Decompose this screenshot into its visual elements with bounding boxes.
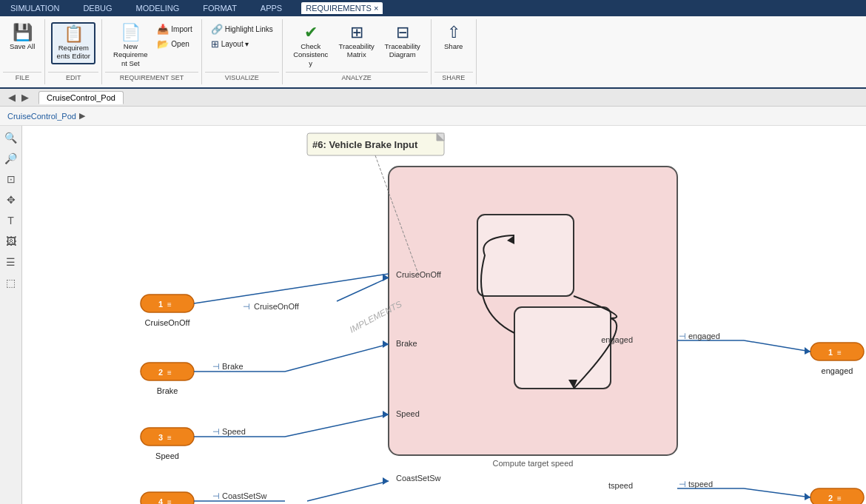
svg-rect-18 [514, 307, 611, 389]
list-button[interactable]: ☰ [2, 253, 20, 271]
port3-label: Speed [222, 427, 246, 436]
breadcrumb-item[interactable]: CruiseControl_Pod [7, 112, 76, 121]
open-button[interactable]: 📂 Open [154, 37, 195, 51]
new-requirement-set-button[interactable]: 📄 New Requirement Set [108, 22, 152, 70]
fit-button[interactable]: ⊡ [2, 170, 20, 188]
layout-button[interactable]: ⊞ Layout ▾ [208, 37, 276, 51]
svg-line-31 [744, 340, 810, 352]
breadcrumb-separator: ▶ [79, 111, 85, 121]
text-button[interactable]: T [2, 212, 20, 229]
node2-doc-icon: ≡ [167, 369, 172, 377]
menu-apps[interactable]: APPS [256, 2, 286, 14]
sub-port-speed: Speed [396, 409, 420, 418]
tab-bar: ◀ ▶ CruiseControl_Pod [0, 89, 866, 107]
subsystem-label: Compute target speed [493, 459, 574, 468]
nav-forward[interactable]: ▶ [19, 91, 31, 104]
node1-label: CruiseOnOff [145, 318, 191, 327]
import-icon: 📥 [157, 24, 169, 35]
out-node2-badge: 2 [828, 494, 833, 503]
ribbon-group-share: ⇧ Share SHARE [432, 19, 477, 84]
nav-back[interactable]: ◀ [6, 91, 18, 104]
out-node2-doc-icon: ≡ [837, 494, 842, 503]
diagram-icon: ⊟ [396, 24, 409, 41]
menu-simulation[interactable]: SIMULATION [6, 2, 64, 14]
save-all-button[interactable]: 💾 Save All [6, 22, 38, 53]
reqset-group-label: REQUIREMENT SET [105, 72, 198, 83]
port4-label: CoastSetSw [222, 491, 267, 500]
share-group-label: SHARE [434, 72, 473, 83]
check-consistency-button[interactable]: ✔ Check Consistency [289, 22, 333, 70]
requirements-editor-button[interactable]: 📋 Requirements Editor [51, 22, 95, 64]
port1-connector: ⊣ [243, 302, 250, 311]
out-label2: tspeed [688, 480, 713, 488]
svg-marker-8 [383, 274, 389, 281]
edit-group-label: EDIT [48, 72, 98, 83]
visualize-group-label: VISUALIZE [205, 72, 279, 83]
image-button[interactable]: 🖼 [2, 232, 20, 250]
out-node1-doc-icon: ≡ [837, 349, 842, 357]
nav-arrows: ◀ ▶ [6, 91, 31, 104]
note-title: #6: Vehicle Brake Input [312, 139, 418, 150]
node1-doc-icon: ≡ [167, 300, 172, 309]
breadcrumb: CruiseControl_Pod ▶ [0, 107, 866, 126]
menu-modeling[interactable]: MODELING [132, 2, 184, 14]
out-node1-label: engaged [822, 366, 853, 375]
requirements-editor-icon: 📋 [64, 26, 84, 42]
node3-label: Speed [155, 451, 179, 460]
sub-port-cruise: CruiseOnOff [396, 270, 442, 279]
svg-marker-36 [805, 493, 810, 500]
pan-button[interactable]: ✥ [2, 191, 20, 209]
open-icon: 📂 [157, 38, 169, 50]
save-icon: 💾 [13, 24, 33, 41]
menu-format[interactable]: FORMAT [198, 2, 241, 14]
analyze-group-label: ANALYZE [286, 72, 428, 83]
node2-label: Brake [157, 386, 178, 395]
node4-badge: 4 [158, 497, 164, 504]
menu-bar: SIMULATION DEBUG MODELING FORMAT APPS RE… [0, 0, 866, 16]
port2-label: Brake [222, 362, 244, 371]
out-label1: engaged [688, 332, 720, 340]
port1-label: CruiseOnOff [254, 302, 300, 311]
svg-line-35 [744, 488, 810, 497]
tab-cruisecontrol[interactable]: CruiseControl_Pod [38, 91, 124, 104]
ribbon: 💾 Save All FILE 📋 Requirements Editor ED… [0, 16, 866, 89]
menu-requirements[interactable]: REQUIREMENTS × [301, 2, 383, 14]
svg-rect-17 [477, 215, 574, 296]
new-req-icon: 📄 [121, 24, 141, 41]
zoom-in-button[interactable]: 🔍 [2, 129, 20, 147]
ribbon-group-reqset: 📄 New Requirement Set 📥 Import 📂 Open RE… [102, 19, 201, 84]
ribbon-group-analyze: ✔ Check Consistency ⊞ Traceability Matri… [283, 19, 432, 84]
diagram-canvas[interactable]: #6: Vehicle Brake Input IMPLEMENTS 1 ≡ C… [22, 126, 866, 504]
visualize-col: 🔗 Highlight Links ⊞ Layout ▾ [208, 22, 276, 51]
zoom-out-button[interactable]: 🔎 [2, 149, 20, 167]
check-icon: ✔ [304, 24, 318, 41]
svg-marker-16 [383, 411, 389, 418]
port3-connector: ⊣ [212, 427, 220, 436]
traceability-matrix-button[interactable]: ⊞ Traceability Matrix [335, 22, 379, 61]
node3-doc-icon: ≡ [167, 434, 172, 442]
layout-icon: ⊞ [211, 38, 219, 50]
sub-port-brake: Brake [396, 339, 417, 348]
node1-badge: 1 [158, 300, 163, 309]
svg-line-11 [285, 344, 389, 372]
svg-marker-32 [805, 347, 810, 355]
share-button[interactable]: ⇧ Share [437, 22, 470, 53]
svg-line-6 [194, 274, 389, 303]
svg-line-23 [307, 481, 389, 501]
out-port-tspeed-label: tspeed [608, 481, 633, 490]
out-connector2: ⊣ [679, 480, 686, 488]
port2-connector: ⊣ [212, 362, 220, 371]
canvas-area: 🔍 🔎 ⊡ ✥ T 🖼 ☰ ⬚ #6: Vehicle Brake Input … [0, 126, 866, 504]
highlight-links-button[interactable]: 🔗 Highlight Links [208, 22, 276, 36]
side-toolbar: 🔍 🔎 ⊡ ✥ T 🖼 ☰ ⬚ [0, 126, 22, 504]
svg-line-15 [285, 414, 389, 437]
import-button[interactable]: 📥 Import [154, 22, 195, 36]
ribbon-group-file: 💾 Save All FILE [0, 19, 45, 84]
select-button[interactable]: ⬚ [2, 274, 20, 292]
node4-doc-icon: ≡ [167, 498, 172, 504]
node2-badge: 2 [158, 368, 163, 377]
svg-marker-12 [383, 340, 389, 348]
traceability-diagram-button[interactable]: ⊟ Traceability Diagram [380, 22, 425, 61]
highlight-icon: 🔗 [211, 24, 223, 35]
menu-debug[interactable]: DEBUG [78, 2, 116, 14]
